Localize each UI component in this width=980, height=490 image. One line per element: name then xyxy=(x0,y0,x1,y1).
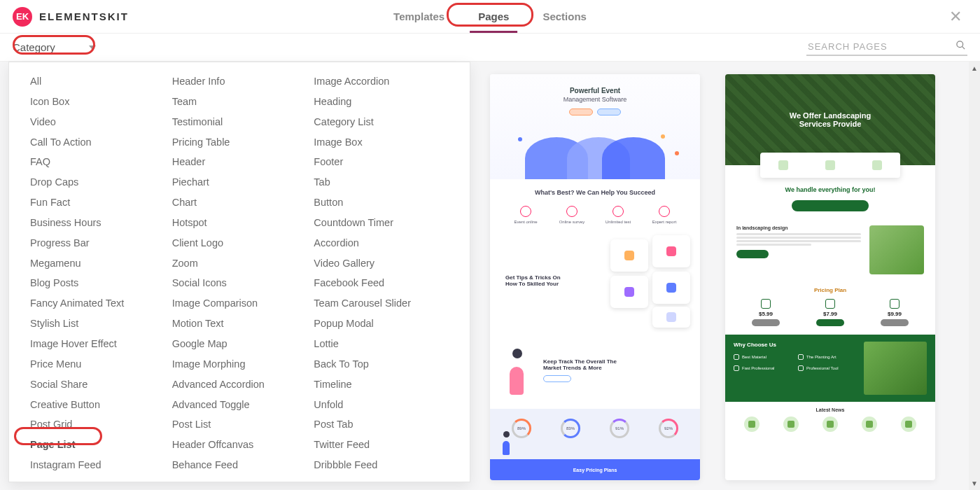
category-item[interactable]: Timeline xyxy=(314,378,449,391)
feature-label: Expert report xyxy=(652,220,677,224)
category-item[interactable]: Button xyxy=(314,196,449,209)
preview-news: Latest News xyxy=(725,402,935,438)
dropdown-col-1: All Icon Box Video Call To Action FAQ Dr… xyxy=(30,75,165,472)
category-item[interactable]: Price Menu xyxy=(30,358,165,371)
plan-icon xyxy=(761,299,771,309)
nav-pages[interactable]: Pages xyxy=(478,0,509,33)
category-item[interactable]: Fun Fact xyxy=(30,196,165,209)
category-item[interactable]: Post Tab xyxy=(314,418,449,431)
preview-button xyxy=(543,375,571,382)
category-item[interactable]: Social Share xyxy=(30,378,165,391)
toolbar: Category xyxy=(0,34,980,62)
category-item[interactable]: Piechart xyxy=(172,176,307,189)
category-item[interactable]: Progress Bar xyxy=(30,237,165,250)
svg-point-0 xyxy=(957,41,963,48)
person-icon xyxy=(501,346,533,395)
category-item[interactable]: All xyxy=(30,75,165,88)
progress-dial: 83% xyxy=(561,419,580,438)
category-item[interactable]: Hotspot xyxy=(172,216,307,230)
category-item[interactable]: Creative Button xyxy=(30,398,165,412)
category-item[interactable]: Call To Action xyxy=(30,136,165,149)
category-item[interactable]: Team xyxy=(172,95,307,108)
scroll-up-icon[interactable]: ▲ xyxy=(971,62,978,75)
category-item[interactable]: Post List xyxy=(172,418,307,431)
dropdown-col-3: Image Accordion Heading Category List Im… xyxy=(314,75,449,472)
category-item[interactable]: Social Icons xyxy=(172,276,307,290)
category-label: Category xyxy=(13,41,55,53)
category-item[interactable]: Twitter Feed xyxy=(314,438,449,451)
template-card-landscaping[interactable]: We Offer Landscaping Services Provide We… xyxy=(725,74,935,480)
category-item[interactable]: Image Hover Effect xyxy=(30,337,165,351)
category-item[interactable]: Header Offcanvas xyxy=(172,438,307,451)
category-item[interactable]: Megamenu xyxy=(30,257,165,270)
preview-section: In landscaping design xyxy=(725,218,935,281)
category-item[interactable]: Header Info xyxy=(172,75,307,88)
category-item[interactable]: Advanced Accordion xyxy=(172,378,307,391)
preview-image xyxy=(864,342,927,395)
category-item-post-grid[interactable]: Post Grid xyxy=(30,418,165,431)
preview-pricing: Pricing Plan $5.99 $7.99 $9.99 xyxy=(725,281,935,335)
category-item[interactable]: Stylish List xyxy=(30,317,165,330)
category-item[interactable]: Video xyxy=(30,115,165,129)
close-icon[interactable]: ✕ xyxy=(944,5,967,29)
search-icon[interactable] xyxy=(955,40,966,53)
category-item[interactable]: Icon Box xyxy=(30,95,165,108)
category-item[interactable]: Heading xyxy=(314,95,449,108)
category-item[interactable]: Popup Modal xyxy=(314,317,449,330)
category-item[interactable]: Page List xyxy=(30,438,165,451)
category-item[interactable]: Image Morphing xyxy=(172,358,307,371)
category-item[interactable]: Image Box xyxy=(314,136,449,149)
category-item[interactable]: Pricing Table xyxy=(172,136,307,149)
category-item[interactable]: FAQ xyxy=(30,155,165,169)
category-item[interactable]: Motion Text xyxy=(172,317,307,330)
category-item[interactable]: Business Hours xyxy=(30,216,165,230)
category-item[interactable]: Advanced Toggle xyxy=(172,398,307,412)
search-input[interactable] xyxy=(808,41,955,52)
nav-sections[interactable]: Sections xyxy=(542,0,587,33)
plan-icon xyxy=(825,299,835,309)
template-card-event[interactable]: Powerful Event Management Software What'… xyxy=(490,74,700,480)
category-item[interactable]: Countdown Timer xyxy=(314,216,449,230)
category-item[interactable]: Drop Caps xyxy=(30,176,165,189)
preview-subtitle: Management Software xyxy=(564,96,627,103)
category-item[interactable]: Category List xyxy=(314,115,449,129)
scroll-down-icon[interactable]: ▼ xyxy=(971,477,978,490)
category-item[interactable]: Google Map xyxy=(172,337,307,351)
category-item[interactable]: Behance Feed xyxy=(172,458,307,472)
category-item[interactable]: Client Logo xyxy=(172,237,307,250)
news-icon xyxy=(783,416,799,432)
template-grid: Powerful Event Management Software What'… xyxy=(490,74,935,480)
category-item[interactable]: Instagram Feed xyxy=(30,458,165,472)
category-item[interactable]: Header xyxy=(172,155,307,169)
search-field[interactable] xyxy=(806,38,967,56)
feature-label: Event online xyxy=(514,220,537,224)
leaf-icon xyxy=(825,160,835,170)
category-item[interactable]: Unfold xyxy=(314,398,449,412)
why-item: The Planting Art xyxy=(806,355,836,359)
news-icon xyxy=(862,416,877,432)
why-item: Best Material xyxy=(742,355,766,359)
category-item[interactable]: Tab xyxy=(314,176,449,189)
category-item[interactable]: Fancy Animated Text xyxy=(30,297,165,310)
category-item[interactable]: Facebook Feed xyxy=(314,276,449,290)
scrollbar[interactable]: ▲ ▼ xyxy=(969,62,980,490)
category-item[interactable]: Lottie xyxy=(314,337,449,351)
category-item[interactable]: Testimonial xyxy=(172,115,307,129)
category-dropdown-trigger[interactable]: Category xyxy=(13,41,96,53)
category-item[interactable]: Video Gallery xyxy=(314,257,449,270)
category-item[interactable]: Footer xyxy=(314,155,449,169)
category-item[interactable]: Back To Top xyxy=(314,358,449,371)
category-item[interactable]: Accordion xyxy=(314,237,449,250)
main-area: All Icon Box Video Call To Action FAQ Dr… xyxy=(0,62,980,490)
category-item[interactable]: Zoom xyxy=(172,257,307,270)
category-item[interactable]: Image Comparison xyxy=(172,297,307,310)
preview-footer: Easy Pricing Plans xyxy=(490,459,700,480)
category-item[interactable]: Blog Posts xyxy=(30,276,165,290)
category-item[interactable]: Team Carousel Slider xyxy=(314,297,449,310)
plan-price: $5.99 xyxy=(759,311,773,317)
category-item[interactable]: Chart xyxy=(172,196,307,209)
chevron-down-icon xyxy=(89,46,96,50)
category-item[interactable]: Image Accordion xyxy=(314,75,449,88)
category-item[interactable]: Dribbble Feed xyxy=(314,458,449,472)
nav-templates[interactable]: Templates xyxy=(393,0,444,33)
